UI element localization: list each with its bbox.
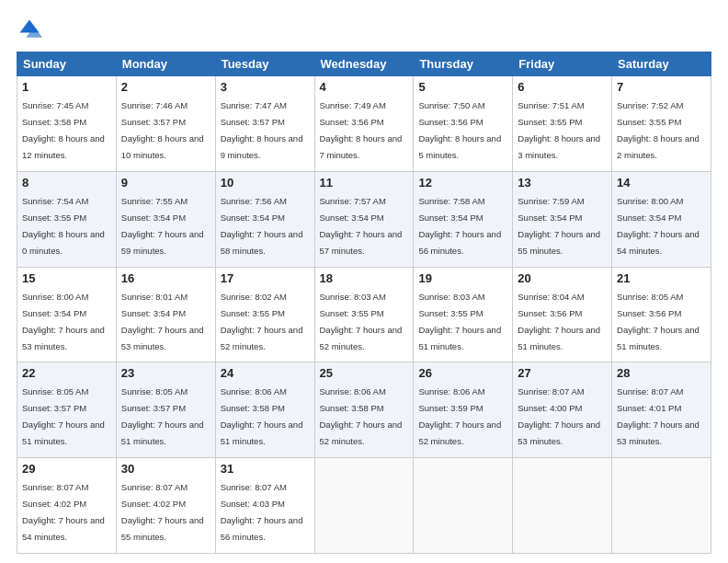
day-number: 26 — [418, 366, 507, 380]
calendar-cell: 17Sunrise: 8:02 AMSunset: 3:55 PMDayligh… — [215, 267, 314, 362]
day-detail: Sunrise: 8:05 AMSunset: 3:57 PMDaylight:… — [22, 386, 105, 446]
day-detail: Sunrise: 8:01 AMSunset: 3:54 PMDaylight:… — [121, 292, 204, 351]
calendar-cell: 1Sunrise: 7:45 AMSunset: 3:58 PMDaylight… — [17, 76, 117, 172]
day-detail: Sunrise: 7:57 AMSunset: 3:54 PMDaylight:… — [320, 196, 403, 256]
day-detail: Sunrise: 8:06 AMSunset: 3:59 PMDaylight:… — [418, 386, 501, 446]
logo-icon — [17, 17, 42, 42]
day-number: 21 — [617, 271, 706, 285]
day-number: 8 — [22, 176, 111, 190]
day-detail: Sunrise: 7:50 AMSunset: 3:56 PMDaylight:… — [418, 100, 501, 160]
calendar-cell: 28Sunrise: 8:07 AMSunset: 4:01 PMDayligh… — [612, 362, 711, 458]
day-number: 17 — [221, 271, 310, 285]
calendar-cell: 13Sunrise: 7:59 AMSunset: 3:54 PMDayligh… — [513, 171, 612, 267]
day-number: 3 — [221, 80, 310, 94]
calendar-header-monday: Monday — [116, 52, 215, 76]
day-number: 2 — [121, 80, 210, 94]
day-detail: Sunrise: 8:03 AMSunset: 3:55 PMDaylight:… — [320, 292, 403, 351]
day-number: 6 — [518, 80, 607, 94]
day-number: 31 — [221, 462, 310, 476]
day-number: 5 — [418, 80, 507, 94]
page: SundayMondayTuesdayWednesdayThursdayFrid… — [0, 0, 728, 563]
day-detail: Sunrise: 8:07 AMSunset: 4:01 PMDaylight:… — [617, 386, 700, 446]
day-detail: Sunrise: 8:07 AMSunset: 4:02 PMDaylight:… — [121, 482, 204, 542]
calendar-cell: 9Sunrise: 7:55 AMSunset: 3:54 PMDaylight… — [116, 171, 215, 267]
day-number: 14 — [617, 176, 706, 190]
day-detail: Sunrise: 7:54 AMSunset: 3:55 PMDaylight:… — [22, 196, 105, 256]
calendar-cell: 27Sunrise: 8:07 AMSunset: 4:00 PMDayligh… — [513, 362, 612, 458]
calendar-cell: 4Sunrise: 7:49 AMSunset: 3:56 PMDaylight… — [314, 76, 414, 172]
calendar: SundayMondayTuesdayWednesdayThursdayFrid… — [17, 52, 711, 554]
calendar-header-wednesday: Wednesday — [314, 52, 414, 76]
calendar-cell: 19Sunrise: 8:03 AMSunset: 3:55 PMDayligh… — [414, 267, 513, 362]
calendar-cell: 18Sunrise: 8:03 AMSunset: 3:55 PMDayligh… — [314, 267, 414, 362]
day-number: 27 — [518, 366, 607, 380]
day-number: 25 — [320, 366, 409, 380]
day-detail: Sunrise: 8:06 AMSunset: 3:58 PMDaylight:… — [221, 386, 303, 446]
calendar-cell: 30Sunrise: 8:07 AMSunset: 4:02 PMDayligh… — [116, 458, 215, 554]
day-number: 22 — [22, 366, 111, 380]
calendar-cell: 22Sunrise: 8:05 AMSunset: 3:57 PMDayligh… — [17, 362, 117, 458]
day-number: 29 — [22, 462, 111, 476]
day-number: 23 — [121, 366, 210, 380]
day-detail: Sunrise: 8:02 AMSunset: 3:55 PMDaylight:… — [221, 292, 303, 351]
day-number: 12 — [418, 176, 507, 190]
day-number: 4 — [320, 80, 409, 94]
calendar-cell: 12Sunrise: 7:58 AMSunset: 3:54 PMDayligh… — [414, 171, 513, 267]
calendar-header-saturday: Saturday — [612, 52, 711, 76]
day-number: 19 — [418, 271, 507, 285]
calendar-cell: 31Sunrise: 8:07 AMSunset: 4:03 PMDayligh… — [215, 458, 314, 554]
calendar-cell: 23Sunrise: 8:05 AMSunset: 3:57 PMDayligh… — [116, 362, 215, 458]
calendar-header-friday: Friday — [513, 52, 612, 76]
calendar-cell — [612, 458, 711, 554]
calendar-cell: 7Sunrise: 7:52 AMSunset: 3:55 PMDaylight… — [612, 76, 711, 172]
calendar-cell: 6Sunrise: 7:51 AMSunset: 3:55 PMDaylight… — [513, 76, 612, 172]
day-number: 30 — [121, 462, 210, 476]
day-detail: Sunrise: 8:07 AMSunset: 4:03 PMDaylight:… — [221, 482, 303, 542]
calendar-cell: 26Sunrise: 8:06 AMSunset: 3:59 PMDayligh… — [414, 362, 513, 458]
calendar-header-row: SundayMondayTuesdayWednesdayThursdayFrid… — [17, 52, 711, 76]
day-detail: Sunrise: 7:59 AMSunset: 3:54 PMDaylight:… — [518, 196, 600, 256]
day-detail: Sunrise: 7:46 AMSunset: 3:57 PMDaylight:… — [121, 100, 204, 160]
calendar-cell: 21Sunrise: 8:05 AMSunset: 3:56 PMDayligh… — [612, 267, 711, 362]
day-number: 20 — [518, 271, 607, 285]
day-detail: Sunrise: 7:52 AMSunset: 3:55 PMDaylight:… — [617, 100, 700, 160]
logo — [17, 17, 46, 42]
calendar-header-thursday: Thursday — [414, 52, 513, 76]
day-detail: Sunrise: 8:03 AMSunset: 3:55 PMDaylight:… — [418, 292, 501, 351]
day-number: 9 — [121, 176, 210, 190]
day-detail: Sunrise: 7:55 AMSunset: 3:54 PMDaylight:… — [121, 196, 204, 256]
day-detail: Sunrise: 7:45 AMSunset: 3:58 PMDaylight:… — [22, 100, 105, 160]
day-number: 15 — [22, 271, 111, 285]
calendar-cell — [513, 458, 612, 554]
day-number: 10 — [221, 176, 310, 190]
header — [17, 17, 711, 42]
calendar-cell: 20Sunrise: 8:04 AMSunset: 3:56 PMDayligh… — [513, 267, 612, 362]
calendar-cell: 5Sunrise: 7:50 AMSunset: 3:56 PMDaylight… — [414, 76, 513, 172]
day-detail: Sunrise: 7:51 AMSunset: 3:55 PMDaylight:… — [518, 100, 600, 160]
day-detail: Sunrise: 8:05 AMSunset: 3:56 PMDaylight:… — [617, 292, 700, 351]
calendar-cell: 16Sunrise: 8:01 AMSunset: 3:54 PMDayligh… — [116, 267, 215, 362]
day-detail: Sunrise: 8:00 AMSunset: 3:54 PMDaylight:… — [22, 292, 105, 351]
day-detail: Sunrise: 8:05 AMSunset: 3:57 PMDaylight:… — [121, 386, 204, 446]
calendar-cell — [314, 458, 414, 554]
calendar-cell: 3Sunrise: 7:47 AMSunset: 3:57 PMDaylight… — [215, 76, 314, 172]
calendar-cell: 14Sunrise: 8:00 AMSunset: 3:54 PMDayligh… — [612, 171, 711, 267]
day-detail: Sunrise: 8:07 AMSunset: 4:00 PMDaylight:… — [518, 386, 600, 446]
day-detail: Sunrise: 7:47 AMSunset: 3:57 PMDaylight:… — [221, 100, 303, 160]
calendar-cell — [414, 458, 513, 554]
day-number: 11 — [320, 176, 409, 190]
day-number: 18 — [320, 271, 409, 285]
day-number: 13 — [518, 176, 607, 190]
calendar-header-tuesday: Tuesday — [215, 52, 314, 76]
day-detail: Sunrise: 7:56 AMSunset: 3:54 PMDaylight:… — [221, 196, 303, 256]
calendar-header-sunday: Sunday — [17, 52, 117, 76]
day-number: 7 — [617, 80, 706, 94]
day-detail: Sunrise: 8:04 AMSunset: 3:56 PMDaylight:… — [518, 292, 600, 351]
day-number: 24 — [221, 366, 310, 380]
calendar-cell: 2Sunrise: 7:46 AMSunset: 3:57 PMDaylight… — [116, 76, 215, 172]
day-number: 16 — [121, 271, 210, 285]
calendar-cell: 29Sunrise: 8:07 AMSunset: 4:02 PMDayligh… — [17, 458, 117, 554]
day-detail: Sunrise: 8:07 AMSunset: 4:02 PMDaylight:… — [22, 482, 105, 542]
calendar-cell: 15Sunrise: 8:00 AMSunset: 3:54 PMDayligh… — [17, 267, 117, 362]
calendar-cell: 10Sunrise: 7:56 AMSunset: 3:54 PMDayligh… — [215, 171, 314, 267]
